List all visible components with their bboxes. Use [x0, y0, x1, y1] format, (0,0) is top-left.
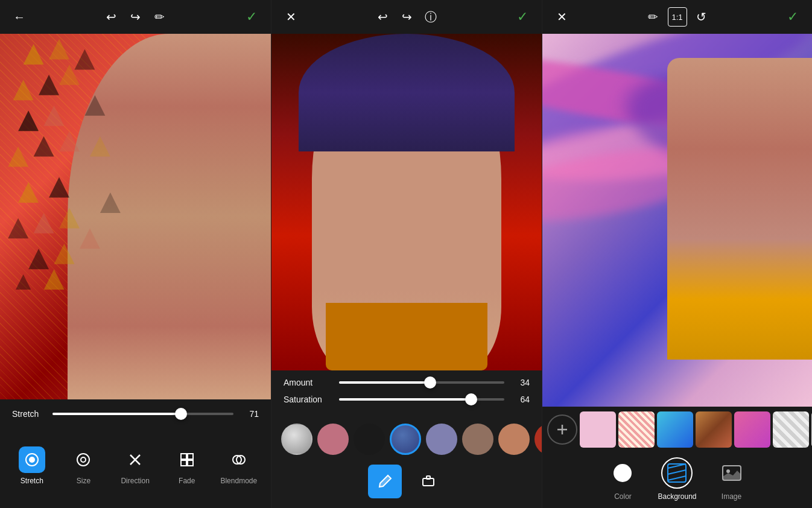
- close-button-2[interactable]: ✕: [281, 7, 300, 27]
- svg-point-25: [29, 457, 35, 463]
- svg-marker-17: [59, 208, 80, 228]
- hair-2: [299, 34, 515, 151]
- tool-blendmode[interactable]: Blendmode: [220, 446, 257, 485]
- stretch-value: 71: [241, 409, 259, 419]
- svg-marker-5: [18, 110, 39, 131]
- tool-direction[interactable]: Direction: [117, 446, 153, 485]
- slider-track-saturation[interactable]: [339, 398, 504, 401]
- redo-button-2[interactable]: ↪: [397, 7, 416, 27]
- svg-marker-21: [13, 275, 34, 290]
- undo-button-1[interactable]: ↩: [102, 7, 121, 27]
- add-background-button[interactable]: [547, 414, 577, 445]
- toolbar-3: ✕ ✏ 1:1 ↺ ✓: [542, 0, 812, 34]
- image-canvas-3[interactable]: [542, 34, 812, 407]
- bg-type-label-background: Background: [658, 492, 696, 501]
- bg-type-icon-image: [716, 457, 747, 489]
- redo-button-1[interactable]: ↪: [126, 7, 145, 27]
- undo-button-2[interactable]: ↩: [373, 7, 392, 27]
- bottom-controls-2: Amount 34 Saturation 64: [271, 370, 542, 508]
- tool-size[interactable]: Size: [65, 446, 101, 485]
- back-button[interactable]: ←: [10, 7, 29, 27]
- swatch-blue-sel[interactable]: [390, 424, 421, 455]
- slider-value-amount: 34: [512, 378, 530, 387]
- svg-marker-22: [44, 269, 65, 290]
- tool-label-blendmode: Blendmode: [220, 477, 257, 485]
- svg-marker-7: [74, 49, 95, 69]
- erase-button-3[interactable]: ✏: [644, 7, 663, 27]
- thumbnail-thumb-cyan-blue[interactable]: [657, 411, 693, 448]
- swatch-rose[interactable]: [317, 424, 349, 455]
- panel-stretch: ← ↩ ↪ ✏ ✓: [0, 0, 271, 508]
- image-1: [0, 34, 271, 399]
- svg-line-43: [668, 470, 686, 474]
- svg-line-44: [668, 476, 686, 480]
- swatch-lavender[interactable]: [426, 424, 457, 455]
- svg-point-46: [726, 469, 730, 473]
- bg-type-color[interactable]: Color: [607, 457, 638, 501]
- slider-track-amount[interactable]: [339, 381, 504, 384]
- swatch-brown1[interactable]: [462, 424, 493, 455]
- bg-type-background[interactable]: Background: [658, 457, 696, 501]
- close-button-3[interactable]: ✕: [552, 7, 571, 27]
- thumbnail-thumb-pink2[interactable]: [734, 411, 770, 448]
- svg-marker-23: [100, 192, 121, 213]
- toolbar-1: ← ↩ ↪ ✏ ✓: [0, 0, 271, 34]
- tool-icon-direction: [122, 446, 148, 473]
- svg-rect-31: [188, 454, 193, 459]
- refresh-button-3[interactable]: ↺: [692, 7, 711, 27]
- tool-icon-fade: [174, 446, 200, 473]
- svg-marker-14: [90, 136, 110, 157]
- tool-icon-size: [70, 446, 97, 473]
- svg-point-26: [77, 454, 89, 466]
- stretch-slider[interactable]: [52, 413, 233, 415]
- panel-background: ✕ ✏ 1:1 ↺ ✓ Color: [542, 0, 812, 508]
- swatch-black[interactable]: [354, 424, 385, 455]
- brush-tool-brush[interactable]: [368, 465, 402, 498]
- svg-marker-19: [54, 244, 75, 264]
- thumbnail-thumb-pink[interactable]: [580, 411, 616, 448]
- tool-label-stretch: Stretch: [21, 477, 43, 485]
- tool-row-1: Stretch Size Direction Fade Blendmode: [0, 428, 271, 508]
- svg-marker-20: [80, 228, 100, 249]
- swatch-red[interactable]: [534, 424, 542, 455]
- svg-marker-13: [49, 177, 69, 198]
- brush-tool-eraser[interactable]: [411, 465, 445, 498]
- thumbnail-thumb-pattern[interactable]: [618, 411, 655, 448]
- slider-row-amount: Amount 34: [284, 378, 530, 387]
- tool-icon-stretch: [19, 446, 45, 473]
- image-canvas-2[interactable]: [271, 34, 542, 370]
- confirm-button-3[interactable]: ✓: [783, 7, 802, 27]
- tool-fade[interactable]: Fade: [169, 446, 205, 485]
- triangle-svg: [0, 34, 149, 290]
- swatch-silver[interactable]: [281, 424, 312, 455]
- confirm-button-2[interactable]: ✓: [513, 7, 532, 27]
- swatch-copper[interactable]: [498, 424, 530, 455]
- toolbar-left-2: ✕: [281, 7, 300, 27]
- thumbnail-thumb-earth[interactable]: [696, 411, 732, 448]
- svg-marker-16: [34, 213, 54, 233]
- erase-button-1[interactable]: ✏: [150, 7, 170, 27]
- toolbar-right-2: ✓: [513, 7, 532, 27]
- sliders-section: Amount 34 Saturation 64: [271, 370, 542, 419]
- ratio-button-3[interactable]: 1:1: [668, 7, 687, 27]
- toolbar-center-2: ↩ ↪ ⓘ: [373, 7, 440, 27]
- bottom-controls-3: Color Background Image: [542, 407, 812, 508]
- slider-name-amount: Amount: [284, 378, 332, 387]
- svg-point-27: [81, 457, 86, 462]
- tool-label-size: Size: [77, 477, 90, 485]
- tool-stretch[interactable]: Stretch: [14, 446, 50, 485]
- stretch-label: Stretch: [12, 409, 45, 419]
- toolbar-left-3: ✕: [552, 7, 571, 27]
- bottom-controls-1: Stretch 71 Stretch Size Direction Fade B…: [0, 399, 271, 508]
- color-swatches: [271, 419, 542, 460]
- svg-marker-1: [49, 39, 69, 59]
- thumbnail-thumb-triangle[interactable]: [773, 411, 809, 448]
- toolbar-center-1: ↩ ↪ ✏: [102, 7, 170, 27]
- confirm-button-1[interactable]: ✓: [242, 7, 261, 27]
- image-canvas-1[interactable]: [0, 34, 271, 399]
- slider-name-saturation: Saturation: [284, 395, 332, 404]
- bg-type-image[interactable]: Image: [716, 457, 747, 501]
- svg-marker-6: [44, 106, 65, 126]
- bg-type-label-image: Image: [722, 492, 741, 501]
- info-button-2[interactable]: ⓘ: [421, 7, 440, 27]
